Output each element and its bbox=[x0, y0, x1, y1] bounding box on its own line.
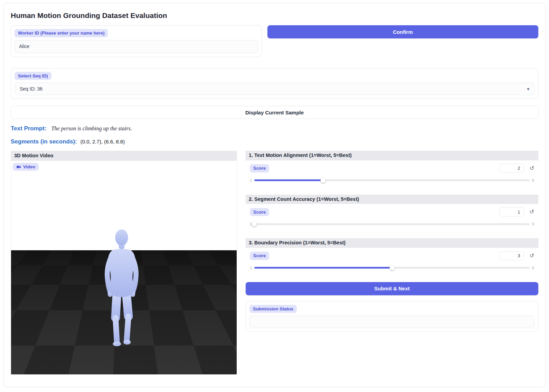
confirm-button[interactable]: Confirm bbox=[267, 25, 538, 38]
video-camera-icon bbox=[16, 165, 21, 169]
page-title: Human Motion Grounding Dataset Evaluatio… bbox=[11, 11, 538, 20]
play-button[interactable] bbox=[16, 365, 21, 371]
video-time-current: 0:01 bbox=[25, 366, 36, 370]
rating-section-segment-count: 2. Segment Count Accuracy (1=Worst, 5=Be… bbox=[246, 195, 538, 232]
slider-max-label: 5 bbox=[532, 178, 534, 183]
score-label: Score bbox=[250, 208, 269, 216]
reset-icon[interactable]: ↺ bbox=[530, 253, 534, 259]
display-current-sample-button[interactable]: Display Current Sample bbox=[11, 106, 538, 119]
submit-next-button[interactable]: Submit & Next bbox=[246, 282, 538, 295]
slider-max-label: 5 bbox=[532, 266, 534, 270]
text-prompt-row: Text Prompt: The person is climbing up t… bbox=[11, 125, 538, 132]
slider-fill bbox=[254, 267, 392, 269]
video-progress-fill bbox=[57, 367, 72, 369]
slider-max-label: 5 bbox=[532, 222, 534, 226]
app-container: Human Motion Grounding Dataset Evaluatio… bbox=[3, 3, 546, 387]
main-row: 3D Motion Video Video bbox=[11, 151, 538, 375]
video-badge-label: Video bbox=[23, 164, 35, 170]
video-time-separator: / bbox=[38, 366, 40, 370]
rating-header: 1. Text Motion Alignment (1=Worst, 5=Bes… bbox=[246, 151, 538, 160]
reset-icon[interactable]: ↺ bbox=[530, 166, 534, 171]
video-section: 3D Motion Video Video bbox=[11, 151, 237, 375]
submission-status-output bbox=[249, 316, 534, 328]
score-number-input[interactable]: 3 bbox=[499, 251, 524, 260]
slider-handle[interactable] bbox=[389, 265, 395, 270]
video-progress-bar[interactable] bbox=[57, 367, 223, 369]
slider-fill bbox=[254, 179, 323, 181]
rating-section-alignment: 1. Text Motion Alignment (1=Worst, 5=Bes… bbox=[246, 151, 538, 188]
submission-status-group: Submission Status bbox=[246, 301, 538, 332]
human-figure bbox=[82, 228, 163, 348]
segments-value: (0.0, 2.7), (6.6, 8.8) bbox=[81, 139, 125, 144]
score-label: Score bbox=[250, 164, 269, 172]
slider-handle[interactable] bbox=[252, 222, 257, 227]
segments-row: Segments (in seconds): (0.0, 2.7), (6.6,… bbox=[11, 138, 538, 145]
score-label: Score bbox=[250, 252, 269, 260]
score-slider[interactable] bbox=[254, 267, 530, 269]
reset-icon[interactable]: ↺ bbox=[530, 209, 534, 215]
seq-id-label: Select Seq ID) bbox=[15, 72, 51, 80]
score-number-input[interactable]: 2 bbox=[499, 164, 524, 173]
seq-id-dropdown[interactable]: Seq ID: 36 ▾ bbox=[15, 83, 534, 95]
rating-section-boundary: 3. Boundary Precision (1=Worst, 5=Best) … bbox=[246, 238, 538, 276]
slider-min-label: 1 bbox=[250, 178, 252, 183]
rating-header: 2. Segment Count Accuracy (1=Worst, 5=Be… bbox=[246, 195, 538, 204]
worker-id-label: Worker ID (Please enter your name here) bbox=[15, 29, 108, 37]
video-time-total: 0:11 bbox=[42, 366, 53, 370]
segments-label: Segments (in seconds): bbox=[11, 138, 77, 145]
text-prompt-value: The person is climbing up the stairs. bbox=[51, 125, 132, 132]
video-player[interactable]: Video bbox=[11, 161, 237, 374]
video-badge: Video bbox=[13, 163, 39, 171]
video-controls: 0:01 / 0:11 bbox=[11, 362, 237, 374]
video-section-header: 3D Motion Video bbox=[11, 151, 237, 161]
submission-status-label: Submission Status bbox=[249, 305, 297, 313]
rating-header: 3. Boundary Precision (1=Worst, 5=Best) bbox=[246, 238, 538, 248]
video-time: 0:01 / 0:11 bbox=[25, 366, 53, 370]
score-slider[interactable] bbox=[254, 223, 530, 225]
worker-id-input[interactable]: Alice bbox=[15, 40, 258, 53]
slider-min-label: 1 bbox=[250, 266, 252, 270]
score-number-input[interactable]: 1 bbox=[499, 207, 524, 216]
fullscreen-icon[interactable] bbox=[227, 365, 232, 371]
top-row: Worker ID (Please enter your name here) … bbox=[11, 25, 538, 57]
seq-id-group: Select Seq ID) Seq ID: 36 ▾ bbox=[11, 68, 538, 99]
ratings-column: 1. Text Motion Alignment (1=Worst, 5=Bes… bbox=[246, 151, 538, 332]
worker-id-group: Worker ID (Please enter your name here) … bbox=[11, 25, 262, 57]
slider-handle[interactable] bbox=[321, 178, 326, 183]
seq-id-dropdown-value: Seq ID: 36 bbox=[20, 86, 42, 92]
score-slider[interactable] bbox=[254, 179, 530, 181]
chevron-down-icon: ▾ bbox=[527, 86, 529, 92]
text-prompt-label: Text Prompt: bbox=[11, 125, 47, 132]
